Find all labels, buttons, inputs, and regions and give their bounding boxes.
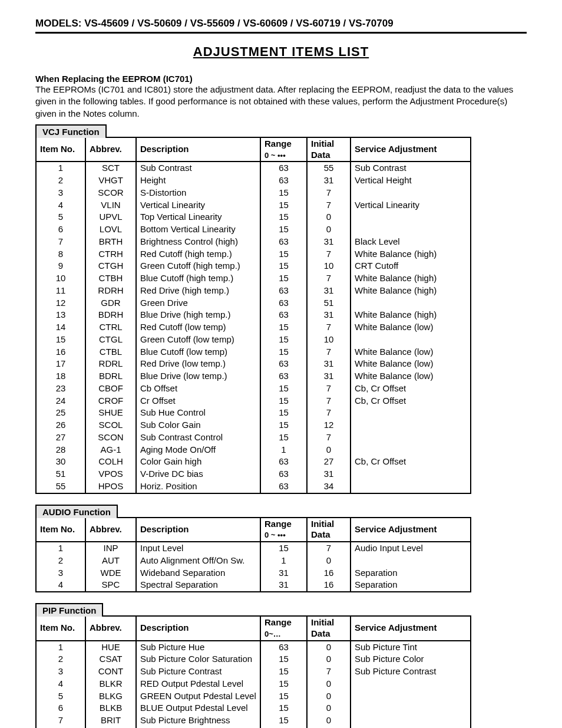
col-initial-bot: Data	[311, 150, 330, 160]
col-range-sub: 0 ~ •••	[265, 531, 286, 539]
audio-rows: 1INPInput Level157Audio Input Level2AUTA…	[36, 542, 471, 592]
cell-range: 15	[260, 334, 307, 346]
cell-service-adj	[351, 555, 471, 567]
table-row: 15CTGLGreen Cutoff (low temp)1510	[36, 334, 471, 346]
cell-range: 63	[260, 456, 307, 468]
cell-description: Red Cutoff (high temp.)	[136, 248, 260, 261]
cell-item-no: 1	[36, 542, 85, 555]
col-item-no: Item No.	[36, 137, 85, 162]
cell-item-no: 2	[36, 555, 85, 567]
cell-abbrev: CTRL	[85, 321, 136, 334]
cell-abbrev: RDRH	[85, 285, 136, 297]
col-range-sub: 0~…	[265, 630, 281, 638]
col-description: Description	[136, 616, 260, 641]
cell-abbrev: CTGH	[85, 260, 136, 272]
cell-abbrev: HPOS	[85, 480, 136, 493]
cell-service-adj	[351, 480, 471, 493]
cell-initial: 31	[307, 370, 351, 383]
table-row: 7BRITSub Picture Brightness150	[36, 714, 471, 727]
cell-range: 15	[260, 223, 307, 236]
cell-service-adj: Cb, Cr Offset	[351, 395, 471, 407]
cell-range: 63	[260, 480, 307, 493]
col-item-no: Item No.	[36, 616, 85, 641]
cell-range: 63	[260, 370, 307, 383]
cell-item-no: 3	[36, 187, 85, 199]
cell-initial: 0	[307, 653, 351, 666]
table-row: 3WDEWideband Separation3116Separation	[36, 567, 471, 579]
cell-item-no: 3	[36, 666, 85, 678]
cell-range: 15	[260, 702, 307, 714]
cell-service-adj	[351, 187, 471, 199]
cell-range: 63	[260, 641, 307, 654]
cell-abbrev: CBOF	[85, 383, 136, 395]
cell-service-adj	[351, 702, 471, 714]
cell-item-no: 17	[36, 358, 85, 370]
cell-abbrev: INP	[85, 542, 136, 555]
cell-abbrev: CTBH	[85, 272, 136, 285]
table-row: 18BDRLBlue Drive (low temp.)6331White Ba…	[36, 370, 471, 383]
col-range-top: Range	[265, 139, 292, 149]
cell-abbrev: CTGL	[85, 334, 136, 346]
cell-range: 15	[260, 431, 307, 444]
cell-service-adj: Audio Input Level	[351, 542, 471, 555]
pip-rows: 1HUESub Picture Hue630Sub Picture Tint2C…	[36, 641, 471, 729]
cell-item-no: 6	[36, 223, 85, 236]
cell-abbrev: AG-1	[85, 444, 136, 456]
vcj-rows: 1SCTSub Contrast6355Sub Contrast2VHGTHei…	[36, 162, 471, 493]
cell-abbrev: VHGT	[85, 174, 136, 187]
cell-description: Aging Mode On/Off	[136, 444, 260, 456]
table-row: 2CSATSub Picture Color Saturation150Sub …	[36, 653, 471, 666]
cell-initial: 31	[307, 309, 351, 321]
cell-description: Height	[136, 174, 260, 187]
table-row: 23CBOFCb Offset157Cb, Cr Offset	[36, 383, 471, 395]
cell-initial: 7	[307, 395, 351, 407]
cell-initial: 7	[307, 199, 351, 212]
table-row: 1HUESub Picture Hue630Sub Picture Tint	[36, 641, 471, 654]
cell-range: 63	[260, 297, 307, 309]
cell-initial: 7	[307, 407, 351, 419]
cell-range: 63	[260, 236, 307, 248]
cell-abbrev: RDRL	[85, 358, 136, 370]
cell-description: Color Gain high	[136, 456, 260, 468]
vcj-function-label: VCJ Function	[35, 124, 107, 138]
cell-service-adj	[351, 223, 471, 236]
cell-description: Blue Drive (low temp.)	[136, 370, 260, 383]
models-list: VS-45609 / VS-50609 / VS-55609 / VS-6060…	[84, 18, 394, 29]
intro-heading: When Replacing the EEPROM (IC701)	[35, 74, 527, 84]
col-initial-bot: Data	[311, 628, 330, 638]
cell-abbrev: AUT	[85, 555, 136, 567]
cell-description: Sub Contrast Control	[136, 431, 260, 444]
models-header: MODELS: VS-45609 / VS-50609 / VS-55609 /…	[35, 18, 527, 34]
cell-service-adj	[351, 690, 471, 703]
cell-service-adj: White Balance (high)	[351, 285, 471, 297]
col-initial-top: Initial	[311, 519, 334, 529]
cell-description: Auto Alignment Off/On Sw.	[136, 555, 260, 567]
cell-item-no: 2	[36, 653, 85, 666]
cell-service-adj	[351, 407, 471, 419]
intro-body: The EEPROMs (IC701 and IC801) store the …	[35, 84, 527, 120]
cell-description: Sub Color Gain	[136, 419, 260, 431]
cell-initial: 0	[307, 678, 351, 690]
cell-item-no: 1	[36, 162, 85, 174]
cell-abbrev: COLH	[85, 456, 136, 468]
cell-service-adj	[351, 678, 471, 690]
cell-initial: 7	[307, 542, 351, 555]
col-range-sub: 0 ~ •••	[265, 151, 286, 160]
cell-description: Red Cutoff (low temp)	[136, 321, 260, 334]
cell-initial: 34	[307, 480, 351, 493]
cell-item-no: 3	[36, 567, 85, 579]
cell-initial: 0	[307, 641, 351, 654]
cell-abbrev: SCON	[85, 431, 136, 444]
cell-item-no: 5	[36, 211, 85, 223]
cell-item-no: 15	[36, 334, 85, 346]
cell-item-no: 27	[36, 431, 85, 444]
cell-initial: 0	[307, 444, 351, 456]
cell-description: Top Vertical Linearity	[136, 211, 260, 223]
cell-description: RED Output Pdestal Level	[136, 678, 260, 690]
cell-initial: 10	[307, 334, 351, 346]
cell-range: 15	[260, 211, 307, 223]
cell-initial: 31	[307, 285, 351, 297]
cell-item-no: 16	[36, 346, 85, 358]
cell-item-no: 14	[36, 321, 85, 334]
col-initial-top: Initial	[311, 139, 334, 149]
